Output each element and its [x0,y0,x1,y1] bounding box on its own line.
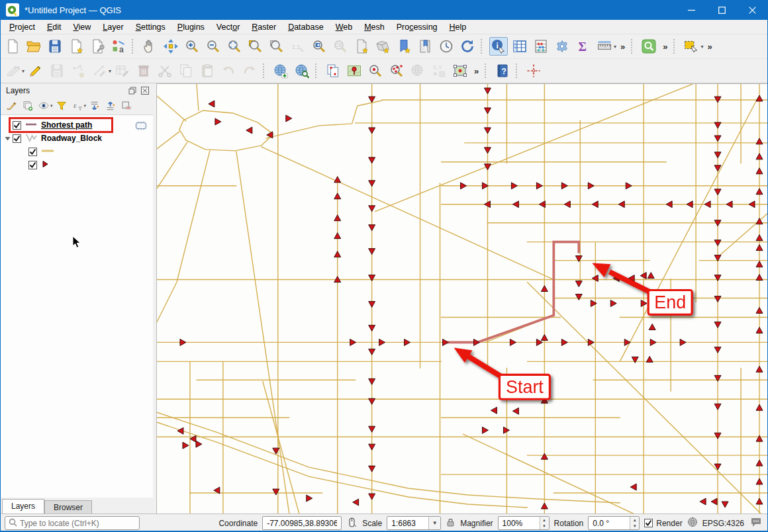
style-manager-icon[interactable]: a [109,37,128,56]
measure-line-icon[interactable] [595,37,614,56]
spin-up-icon[interactable]: ▲ [630,517,639,523]
menu-edit[interactable]: Edit [41,21,68,34]
toolbar-overflow-button[interactable]: » [704,42,716,52]
copy-coordinates-icon[interactable] [324,62,342,80]
new-map-view-icon[interactable] [352,37,371,56]
layer-visibility-checkbox[interactable] [28,161,37,169]
layer-name[interactable]: Roadway_Block [41,134,102,143]
menu-plugins[interactable]: Plugins [171,21,211,34]
close-button[interactable] [737,0,767,20]
open-project-icon[interactable] [24,37,43,56]
layer-tree-row[interactable] [1,158,153,171]
render-checkbox[interactable] [644,519,653,527]
show-spatial-bookmarks-icon[interactable] [416,37,434,56]
toolbar-overflow-button[interactable]: » [659,42,671,52]
tab-layers[interactable]: Layers [2,499,44,513]
layer-tree-row[interactable]: Shortest path [1,118,153,132]
layer-visibility-checkbox[interactable] [28,148,37,156]
open-layer-styling-icon[interactable] [5,99,19,113]
toggle-editing-icon[interactable] [26,62,45,80]
spin-down-icon[interactable]: ▼ [630,523,639,530]
filter-legend-icon[interactable] [54,99,69,113]
magnifier-input[interactable] [499,519,540,528]
open-attribute-table-icon[interactable] [510,37,529,56]
maximize-button[interactable] [706,0,737,20]
panel-float-icon[interactable] [127,85,138,96]
filter-by-expression-icon[interactable]: ε [70,99,85,113]
layer-visibility-checkbox[interactable] [13,121,21,130]
spin-up-icon[interactable]: ▲ [540,517,549,523]
zoom-to-selection-icon[interactable] [246,37,265,56]
plugin-search-icon[interactable] [640,37,658,56]
zoom-to-point-icon[interactable] [366,62,385,80]
new-project-icon[interactable] [3,37,22,56]
locator-input[interactable] [20,519,126,528]
minimize-button[interactable] [676,0,706,20]
menu-vector[interactable]: Vector [211,21,246,34]
toolbar-overflow-button[interactable]: » [471,66,482,76]
chevron-down-icon[interactable]: ▾ [614,44,616,50]
locator-box[interactable] [5,516,140,530]
extents-toggle-icon[interactable] [346,517,358,530]
map-canvas[interactable]: StartEnd [157,83,767,513]
menu-database[interactable]: Database [282,21,330,34]
identify-features-icon[interactable]: i [489,37,508,56]
expander-icon[interactable] [3,136,11,142]
new-print-layout-icon[interactable] [67,37,85,56]
zoom-out-icon[interactable] [204,37,222,56]
layer-tree-row[interactable] [1,145,153,158]
new-3d-map-view-icon[interactable] [373,37,392,56]
menu-web[interactable]: Web [330,21,358,34]
zoom-to-coordinates-icon[interactable] [345,62,363,80]
scale-input[interactable] [387,519,428,528]
rotation-spinbox[interactable]: ▲▼ [588,516,640,530]
digitize-points-icon[interactable] [451,62,469,80]
chevron-down-icon[interactable]: ▾ [84,103,87,109]
toolbar-overflow-button[interactable]: » [617,42,628,52]
chevron-down-icon[interactable]: ▼ [428,517,440,529]
multi-zoom-icon[interactable] [387,62,406,80]
coordinate-field[interactable] [262,516,342,530]
expand-all-icon[interactable] [87,99,102,113]
panel-close-icon[interactable] [140,85,150,96]
messages-icon[interactable] [750,517,762,529]
refresh-map-icon[interactable] [458,37,477,56]
chevron-down-icon[interactable]: ▾ [22,68,24,74]
magnifier-spinbox[interactable]: ▲▼ [498,516,550,530]
chevron-down-icon[interactable]: ▾ [109,68,111,74]
save-project-icon[interactable] [46,37,64,56]
help-contents-icon[interactable]: ? [493,62,512,80]
layer-name[interactable]: Shortest path [41,120,92,130]
metasearch-add-icon[interactable] [271,62,290,80]
zoom-last-icon[interactable] [310,37,328,56]
zoom-to-layer-icon[interactable] [267,37,286,56]
new-spatial-bookmark-icon[interactable] [395,37,413,56]
menu-view[interactable]: View [67,21,97,34]
coordinate-input[interactable] [263,519,341,528]
layer-tree-row[interactable]: Roadway_Block [1,132,153,145]
metasearch-search-icon[interactable] [293,62,311,80]
menu-processing[interactable]: Processing [391,21,444,34]
menu-project[interactable]: Project [3,21,41,34]
menu-settings[interactable]: Settings [130,21,171,34]
pan-map-icon[interactable] [140,37,159,56]
add-group-icon[interactable] [21,99,35,113]
layer-visibility-checkbox[interactable] [13,134,21,143]
scale-combo[interactable]: ▼ [387,516,441,530]
select-features-icon[interactable] [682,37,700,56]
remove-layer-icon[interactable] [119,99,134,113]
chevron-down-icon[interactable]: ▾ [700,44,703,50]
collapse-all-icon[interactable] [103,99,118,113]
rotation-input[interactable] [589,519,630,528]
lock-scale-icon[interactable] [446,517,456,529]
manage-map-themes-icon[interactable] [36,99,51,113]
field-calculator-icon[interactable] [532,37,550,56]
menu-help[interactable]: Help [444,21,473,34]
pan-to-selection-icon[interactable] [162,37,180,56]
show-layout-manager-icon[interactable] [88,37,107,56]
crs-globe-icon[interactable] [687,517,698,529]
menu-layer[interactable]: Layer [97,21,129,34]
statistical-summary-icon[interactable]: Σ [574,37,593,56]
snapping-crosshair-icon[interactable] [524,62,543,80]
chevron-down-icon[interactable]: ▾ [50,103,53,109]
